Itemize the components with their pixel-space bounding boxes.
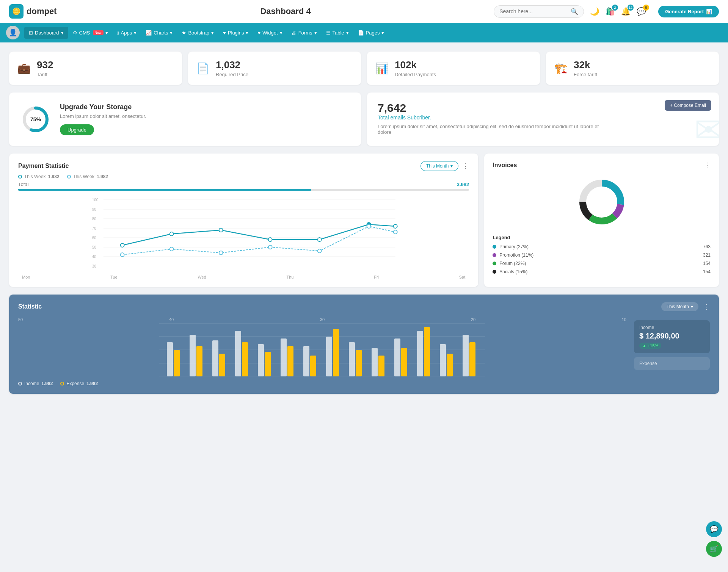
svg-rect-64	[424, 327, 430, 376]
logo-area: 🪙 dompet	[9, 4, 77, 19]
y-label-10: 10	[622, 317, 626, 322]
x-label-wed: Wed	[198, 275, 206, 279]
required-price-label: Required Price	[216, 72, 248, 77]
nav-item-dashboard[interactable]: ⊞ Dashboard ▾	[24, 27, 68, 39]
y-label-50: 50	[18, 317, 23, 322]
nav-item-widget[interactable]: ♥ Widget ▾	[253, 27, 287, 39]
expense-box: Expense	[634, 357, 710, 370]
income-legend-item: Income 1.982	[18, 381, 53, 386]
nav-item-forms[interactable]: 🖨 Forms ▾	[287, 27, 322, 39]
invoices-more-options[interactable]: ⋮	[704, 161, 711, 169]
statistic-more-options[interactable]: ⋮	[703, 302, 710, 311]
stat-card-required-price: 📄 1,032 Required Price	[188, 52, 361, 85]
svg-rect-65	[440, 344, 446, 376]
inv-label-primary: Primary (27%)	[499, 244, 529, 249]
payment-title: Payment Statistic	[18, 163, 69, 169]
nav-label-forms: Forms	[298, 30, 312, 36]
chevron-down-icon-cms: ▾	[105, 30, 108, 36]
svg-rect-45	[212, 340, 218, 376]
expense-dot	[60, 382, 64, 386]
svg-rect-42	[174, 350, 180, 376]
inv-legend-forum: Forum (22%) 154	[493, 259, 711, 268]
stat-legend: Income 1.982 Expense 1.982	[18, 381, 626, 386]
chevron-down-icon-table: ▾	[346, 30, 349, 36]
x-label-sat: Sat	[459, 275, 466, 279]
nav-item-plugins[interactable]: ♥ Plugins ▾	[218, 27, 253, 39]
y-label-40: 40	[169, 317, 174, 322]
invoices-header: Invoices ⋮	[493, 161, 711, 169]
income-legend-value: 1.982	[41, 381, 53, 386]
chart-header: Payment Statistic This Month ▾ ⋮	[18, 161, 469, 171]
required-price-value: 1,032	[216, 59, 248, 71]
inv-label-forum: Forum (22%)	[499, 261, 526, 266]
grid-icon: ⊞	[29, 30, 33, 36]
force-tariff-icon: 🏗️	[554, 62, 568, 75]
message-badge: 5	[643, 5, 649, 11]
nav-item-apps[interactable]: ℹ Apps ▾	[113, 27, 141, 39]
message-icon[interactable]: 💬 5	[637, 7, 646, 16]
search-bar: 🔍	[494, 5, 584, 18]
chevron-down-icon-widget: ▾	[280, 30, 282, 36]
inv-legend-primary: Primary (27%) 763	[493, 243, 711, 251]
svg-point-18	[170, 232, 174, 236]
income-badge-value: +15%	[648, 343, 658, 348]
notification-icon[interactable]: 🔔 12	[621, 7, 631, 16]
svg-rect-47	[235, 331, 241, 376]
bottom-row: Payment Statistic This Month ▾ ⋮ This We…	[9, 154, 719, 287]
income-legend-label: Income	[24, 381, 39, 386]
nav-item-pages[interactable]: 📄 Pages ▾	[353, 27, 389, 39]
svg-rect-51	[281, 338, 287, 376]
tariff-icon: 💼	[17, 62, 31, 75]
logo-text: dompet	[27, 6, 56, 16]
invoices-title: Invoices	[493, 162, 517, 169]
cart-icon[interactable]: 🛍️ 2	[606, 7, 615, 16]
total-value: 3.982	[457, 182, 469, 187]
legend1-label: This Week	[24, 174, 46, 179]
search-input[interactable]	[499, 8, 568, 14]
page-title: Dashboard 4	[77, 6, 494, 16]
x-label-thu: Thu	[287, 275, 294, 279]
avatar: 👤	[6, 26, 20, 39]
this-month-button[interactable]: This Month ▾	[420, 161, 458, 171]
moon-icon[interactable]: 🌙	[590, 7, 599, 16]
generate-report-button[interactable]: Generate Report 📊	[658, 6, 719, 17]
svg-text:40: 40	[92, 255, 97, 259]
stat-chart-header: Statistic This Month ▾ ⋮	[18, 302, 710, 311]
nav-item-table[interactable]: ☰ Table ▾	[322, 27, 353, 39]
detailed-payments-value: 102k	[395, 59, 436, 71]
chevron-down-icon-month: ▾	[450, 163, 453, 169]
svg-point-27	[268, 245, 272, 249]
search-icon[interactable]: 🔍	[571, 8, 578, 15]
inv-dot-promotion	[493, 253, 496, 257]
legend-dot-2	[67, 175, 71, 179]
svg-rect-55	[326, 337, 332, 376]
compose-email-button[interactable]: + Compose Email	[665, 100, 711, 111]
chevron-down-icon-forms: ▾	[314, 30, 317, 36]
inv-value-forum: 154	[703, 261, 711, 266]
svg-point-23	[394, 224, 397, 228]
storage-percent: 75%	[30, 116, 41, 122]
x-label-fri: Fri	[374, 275, 379, 279]
statistic-title: Statistic	[18, 303, 42, 310]
svg-point-24	[121, 253, 124, 257]
statistic-body: 50 40 30 20 10	[18, 317, 710, 386]
invoices-donut	[493, 176, 711, 229]
mail-bg-icon: ✉	[694, 110, 719, 146]
nav-item-cms[interactable]: ⚙ CMS New ▾	[68, 27, 113, 39]
x-label-tue: Tue	[110, 275, 118, 279]
nav-item-charts[interactable]: 📈 Charts ▾	[141, 27, 177, 39]
detailed-payments-icon: 📊	[375, 62, 389, 75]
chart-controls: This Month ▾ ⋮	[420, 161, 469, 171]
nav-bar: 👤 ⊞ Dashboard ▾ ⚙ CMS New ▾ ℹ Apps ▾ 📈 C…	[0, 23, 728, 42]
x-axis-labels: Mon Tue Wed Thu Fri Sat	[18, 275, 469, 279]
statistic-this-month-button[interactable]: This Month ▾	[661, 302, 698, 311]
nav-item-bootstrap[interactable]: ★ Bootstrap ▾	[177, 27, 218, 39]
svg-rect-57	[349, 342, 355, 376]
nav-label-table: Table	[333, 30, 344, 36]
income-badge: ▲ +15%	[639, 343, 661, 349]
legend-row: This Week 1.982 This Week 1.982	[18, 174, 469, 179]
upgrade-button[interactable]: Upgrade	[60, 124, 94, 135]
expense-legend-label: Expense	[66, 381, 84, 386]
legend-item-1: This Week 1.982	[18, 174, 60, 179]
more-options-icon[interactable]: ⋮	[462, 162, 469, 170]
